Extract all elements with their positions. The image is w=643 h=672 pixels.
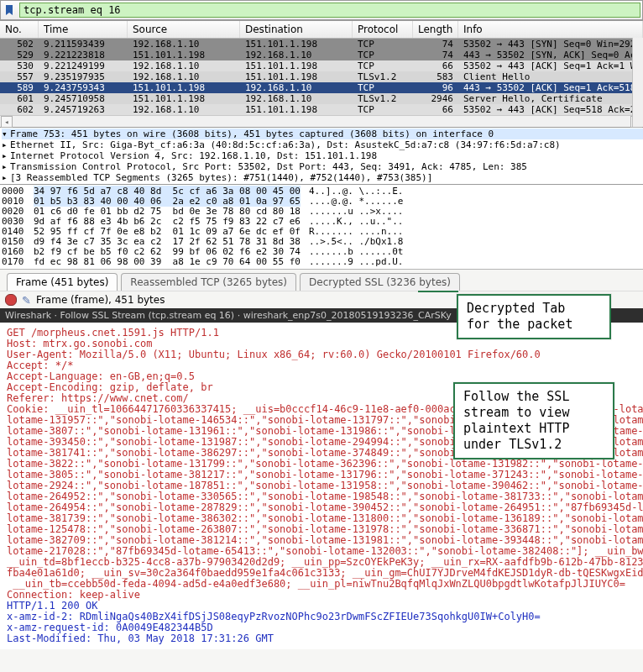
tree-line[interactable]: ▸Ethernet II, Src: Giga-Byt_cf:a6:3a (40… [2,139,643,150]
packet-row[interactable]: 5579.235197935192.168.1.10151.101.1.198T… [0,71,643,82]
bookmark-icon[interactable] [3,3,16,17]
packet-row[interactable]: 5029.211593439192.168.1.10151.101.1.198T… [0,39,643,50]
display-filter-input[interactable] [19,3,640,18]
packet-list-vscroll[interactable] [632,38,643,127]
packet-row[interactable]: 6019.245710958151.101.1.198192.168.1.10T… [0,93,643,104]
annotation-text: under TLSv1.2 [463,437,604,453]
col-destination[interactable]: Destination [240,21,353,38]
caret-icon[interactable]: ▸ [2,150,10,161]
caret-icon[interactable]: ▾ [2,129,10,139]
col-protocol[interactable]: Protocol [353,21,413,38]
annotation-text: plaintext HTTP [463,421,604,437]
packet-list-pane: No. Time Source Destination Protocol Len… [0,20,643,127]
annotation-text: stream to view [463,405,604,421]
caret-icon[interactable]: ▸ [2,172,10,183]
http-request-line: Connection: keep-alive [7,590,636,601]
packet-details-pane[interactable]: ▾Frame 753: 451 bytes on wire (3608 bits… [0,127,643,184]
tree-line[interactable]: ▸Transmission Control Protocol, Src Port… [2,161,643,172]
status-text: Frame (frame), 451 bytes [36,294,165,306]
annotation-follow-ssl: Follow the SSL stream to view plaintext … [453,382,614,459]
packet-row[interactable]: 5899.243759343151.101.1.198192.168.1.10T… [0,82,643,93]
tab-decrypted-ssl[interactable]: Decrypted SSL (3236 bytes) [300,273,460,291]
col-time[interactable]: Time [39,21,128,38]
caret-icon[interactable]: ▸ [2,139,10,150]
packet-row[interactable]: 5309.221249199192.168.1.10151.101.1.198T… [0,60,643,71]
follow-stream-content[interactable]: GET /morpheus.cnet.1591.js HTTP/1.1Host:… [0,323,643,649]
packet-row[interactable]: 6029.245719263192.168.1.10151.101.1.198T… [0,104,643,115]
tree-line[interactable]: ▸[3 Reassembled TCP Segments (3265 bytes… [2,172,643,183]
col-length[interactable]: Length [413,21,458,38]
tree-line[interactable]: ▸Internet Protocol Version 4, Src: 192.1… [2,150,643,161]
http-request-line: User-Agent: Mozilla/5.0 (X11; Ubuntu; Li… [7,349,636,360]
annotation-decrypted-tab: Decrypted Tab for the packet [457,294,611,339]
packet-row[interactable]: 5299.221223818151.101.1.198192.168.1.10T… [0,50,643,60]
tab-reassembled-tcp[interactable]: Reassembled TCP (3265 bytes) [121,273,296,291]
http-response-line: Last-Modified: Thu, 03 May 2018 17:31:26… [7,633,636,644]
col-source[interactable]: Source [128,21,240,38]
annotation-text: Follow the SSL [463,389,604,405]
bytes-pane-tabs: Frame (451 bytes) Reassembled TCP (3265 … [0,269,643,291]
display-filter-bar [0,0,643,20]
packet-list-hscroll[interactable]: ◂ ▸ [0,115,643,127]
expert-info-icon[interactable] [5,294,17,306]
tree-line[interactable]: ▾Frame 753: 451 bytes on wire (3608 bits… [2,129,643,139]
annotation-text: for the packet [467,317,601,333]
caret-icon[interactable]: ▸ [2,161,10,172]
col-info[interactable]: Info [458,21,643,38]
annotation-line [418,291,458,292]
hex-line[interactable]: 0170fd ec 98 81 06 98 00 39 a8 1e c9 70 … [2,257,641,267]
packet-list-header[interactable]: No. Time Source Destination Protocol Len… [0,21,643,39]
edit-icon[interactable]: ✎ [22,294,31,307]
col-no[interactable]: No. [0,21,39,38]
packet-bytes-pane[interactable]: 000034 97 f6 5d a7 c8 40 8d 5c cf a6 3a … [0,184,643,269]
tab-frame[interactable]: Frame (451 bytes) [7,273,118,291]
annotation-text: Decrypted Tab [467,301,601,317]
scroll-left-icon[interactable]: ◂ [1,116,13,128]
